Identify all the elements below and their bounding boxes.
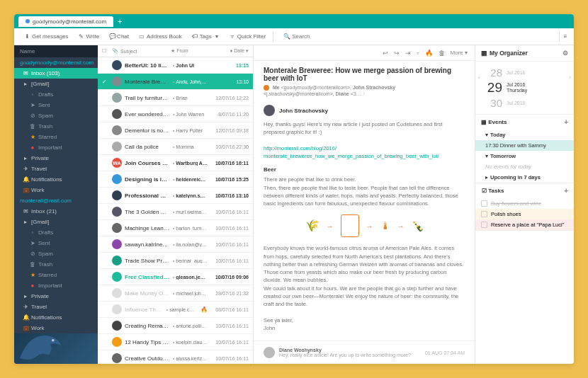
calendar-day[interactable]: 28Jul 2016 [487,66,568,79]
book-icon: ▭ [139,33,145,40]
chat-button[interactable]: 💬Chat [105,31,133,42]
task-item[interactable]: Polish shoes [475,209,574,219]
folder-trash[interactable]: 🗑Trash [14,121,98,132]
get-messages-button[interactable]: ⬇Get messages [20,31,73,42]
date-column[interactable]: ♦ Date ▾ [210,48,249,54]
tab-add-button[interactable]: + [118,18,122,25]
addressbook-button[interactable]: ▭Address Book [135,31,186,42]
message-row[interactable]: Ever wondered abou…•John Warren8/07/16 1… [98,106,253,122]
account-email[interactable]: goodymoody@monterail.com [14,57,98,68]
message-row[interactable]: Influence The Influence…•sample.contact@… [98,302,253,318]
message-row[interactable]: Professional Graphic De…•katelynn.shield… [98,188,253,204]
tags-button[interactable]: 🏷Tags▾ [188,31,224,42]
row-from: •katelynn.shields@yah… [173,193,208,198]
today-header[interactable]: ▾ Today [475,130,574,140]
search-input[interactable] [292,33,549,40]
from-column[interactable]: ★ From [171,48,208,54]
calendar-icon: ▦ [481,119,487,125]
folder-folder[interactable]: ▸Private [14,291,98,302]
task-checkbox[interactable] [481,211,487,217]
link-blog[interactable]: http://monterail.com/blog/2016/ [264,145,337,151]
cal-next-icon[interactable]: › [569,74,571,81]
select-all-checkbox[interactable]: ☐ [102,48,109,54]
message-row[interactable]: 12 Handy Tips For Gener…•koelpin.claudie… [98,334,253,350]
menu-icon[interactable]: ≡ [562,33,568,40]
cal-prev-icon[interactable]: ‹ [478,74,480,81]
folder-folder[interactable]: ▸[Gmail] [14,79,98,89]
message-row[interactable]: Trade Show Promotions•bednar_august@hotm… [98,253,253,269]
message-row[interactable]: WAJoin Courses Now!•Wartburg Academy10/0… [98,155,253,171]
calendar-day[interactable]: 29Jul 2016Thursday [487,79,568,96]
message-row[interactable]: Make Money Online Thr…•michael.johnson@e… [98,285,253,302]
folder-briefcase[interactable]: 💼Work [14,323,98,333]
folder-bell[interactable]: 🔔Notifications [14,174,98,185]
folder-draft[interactable]: ▫Drafts [14,89,98,100]
folder-important[interactable]: ●Important [14,280,98,291]
folder-sent[interactable]: ➤Sent [14,238,98,248]
message-row[interactable]: sawayn.katrine@manley…•ila.nolan@yahoo.c… [98,236,253,253]
check-icon[interactable]: ✓ [102,79,109,85]
folder-plane[interactable]: ✈Travel [14,164,98,174]
account-tab[interactable]: goodymoody@monterail.com [18,16,113,27]
junk-icon[interactable]: 🔥 [425,50,433,57]
reply-icon[interactable]: ↩ [383,50,388,57]
message-row[interactable]: Trail by furniture as…•Brian12/07/16 12:… [98,90,253,106]
attachment-column-icon[interactable]: 📎 [112,48,118,54]
folder-star[interactable]: ★Starred [14,132,98,142]
message-row[interactable]: Creating Remarkable Po…•antone.pollich@y… [98,318,253,334]
quickfilter-button[interactable]: ▿Quick Filter [225,31,270,42]
expand-recipients[interactable]: 〉 [363,91,368,96]
add-task-button[interactable]: + [564,187,568,195]
task-checkbox[interactable] [481,222,487,228]
row-subject: Free Classfieds Using Th… [125,274,170,280]
message-row[interactable]: Designing is important•heidenreich.dix@y… [98,171,253,188]
upcoming-header[interactable]: ▸ Upcoming in 7 days [475,172,574,183]
link-article[interactable]: monterale_breweree_how_we_merge_passion_… [264,153,439,159]
message-row[interactable]: ✓Monterale Breweree: H…•Andy, John, me13… [98,74,253,90]
write-button[interactable]: ✎Write [74,31,104,42]
folder-trash[interactable]: 🗑Trash [14,259,98,270]
folder-spam[interactable]: ⊘Spam [14,248,98,259]
search-box[interactable]: 🔍 [283,33,549,40]
folder-draft[interactable]: ▫Drafts [14,227,98,238]
more-menu[interactable]: More ▾ [451,50,468,56]
message-list: ☐ 📎 Subject ★ From ♦ Date ▾ BetterUI: 10… [98,45,254,364]
tomorrow-header[interactable]: ▾ Tomorrow [475,151,574,161]
subject-column[interactable]: Subject [120,49,168,54]
message-row[interactable]: Call da police•Momma10/07/16 22:30 [98,139,253,155]
row-date: 8/07/16 11:20 [210,112,249,117]
add-event-button[interactable]: + [564,118,568,126]
message-row[interactable]: Machinge Leaning is …•barton_turner@effe… [98,220,253,236]
message-row[interactable]: Free Classfieds Using Th…•gleason.jesse@… [98,269,253,285]
arrow-icon: → [327,221,334,231]
forward-icon[interactable]: ⇥ [405,50,411,57]
folder-bell[interactable]: 🔔Notifications [14,312,98,323]
folder-inbox[interactable]: ✉Inbox (103) [14,68,98,79]
message-row[interactable]: BetterUI: 10 list…•John UI13:15 [98,57,253,74]
task-item[interactable]: Buy flowers and wine [475,198,574,209]
folder-folder[interactable]: ▸[Gmail] [14,217,98,227]
delete-icon[interactable]: 🗑 [439,50,445,57]
folder-folder[interactable]: ▸Private [14,153,98,164]
organizer-settings-icon[interactable]: ⚙ [562,50,568,57]
archive-icon[interactable]: ▫ [417,50,419,57]
message-row[interactable]: The 3 Golden Rules Proff…•murl.weimann@k… [98,204,253,220]
message-row[interactable]: Dementor is not that bad•Harry Potter12/… [98,122,253,139]
event-item[interactable]: 17:30 Dinner with Sammy [475,140,574,151]
calendar-day[interactable]: 30Jul 2016 [487,96,568,110]
message-row[interactable]: Creative Outdoor Ads•alyssa.kertzmann@ya… [98,350,253,364]
folder-important[interactable]: ●Important [14,142,98,153]
reply-preview[interactable]: Diane Woshynsky Hey, really nice article… [254,340,475,364]
folder-inbox[interactable]: ✉Inbox (21) [14,206,98,217]
task-checkbox[interactable] [481,200,487,207]
account-email[interactable]: monterail@mail.com [14,195,98,206]
folder-sent[interactable]: ➤Sent [14,100,98,110]
folder-star[interactable]: ★Starred [14,270,98,280]
reply-all-icon[interactable]: ↪ [394,50,400,57]
folder-plane[interactable]: ✈Travel [14,302,98,312]
sender-avatar [112,304,122,314]
folder-spam[interactable]: ⊘Spam [14,110,98,121]
arrow-icon: → [366,221,373,231]
task-item[interactable]: Reserve a place at "Papa Luci" [475,219,574,230]
folder-briefcase[interactable]: 💼Work [14,185,98,195]
